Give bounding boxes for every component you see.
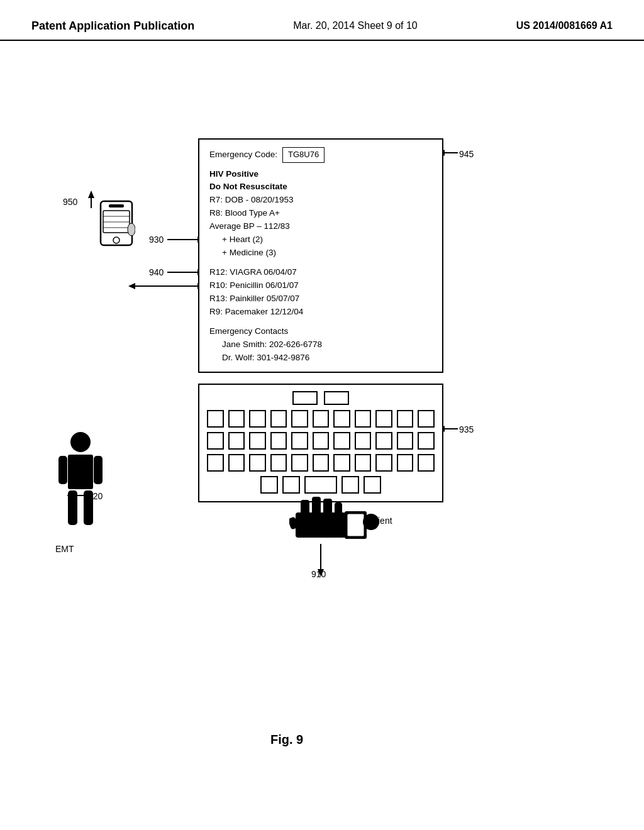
svg-rect-35 — [335, 502, 342, 515]
key-2-5 — [291, 432, 308, 450]
keypad-row-1 — [207, 410, 435, 428]
svg-marker-14 — [88, 191, 94, 198]
emt-person-svg — [55, 431, 106, 531]
keypad-row-2 — [207, 432, 435, 450]
key-1-5 — [291, 410, 308, 428]
key-3-8 — [355, 454, 372, 472]
key-1-2 — [228, 410, 245, 428]
label-945: 945 — [459, 149, 474, 159]
svg-rect-16 — [109, 204, 124, 208]
key-3-1 — [207, 454, 224, 472]
emergency-contacts-label: Emergency Contacts — [209, 325, 432, 338]
svg-rect-26 — [94, 456, 103, 484]
key-3-11 — [418, 454, 435, 472]
patient-hand-svg — [289, 494, 371, 550]
svg-rect-32 — [301, 500, 309, 516]
contact1: Jane Smith: 202-626-6778 — [209, 338, 432, 351]
emergency-code-label: Emergency Code: — [209, 148, 277, 162]
key-2-3 — [249, 432, 266, 450]
svg-point-23 — [70, 432, 91, 452]
svg-rect-15 — [101, 201, 132, 245]
key-3-9 — [375, 454, 392, 472]
key-2-8 — [355, 432, 372, 450]
key-1-3 — [249, 410, 266, 428]
key-1-6 — [313, 410, 330, 428]
phone-icon — [97, 198, 135, 248]
key-b-2 — [282, 476, 300, 494]
key-1-1 — [207, 410, 224, 428]
emt-label: EMT — [55, 544, 74, 554]
svg-point-21 — [113, 237, 119, 243]
publication-title: Patent Application Publication — [31, 19, 194, 33]
record-line9: R10: Penicillin 06/01/07 — [209, 279, 432, 292]
record-line8: R12: VIAGRA 06/04/07 — [209, 266, 432, 279]
key-2-6 — [313, 432, 330, 450]
svg-point-22 — [128, 223, 135, 236]
sheet-info: Mar. 20, 2014 Sheet 9 of 10 — [293, 19, 417, 31]
key-b-1 — [260, 476, 278, 494]
keypad-top-box-1 — [292, 391, 318, 405]
label-920: 920 — [88, 491, 103, 501]
phone-device — [97, 198, 135, 248]
svg-rect-27 — [68, 490, 77, 525]
page-header: Patent Application Publication Mar. 20, … — [0, 0, 644, 41]
key-3-5 — [291, 454, 308, 472]
svg-rect-17 — [103, 211, 130, 233]
key-3-6 — [313, 454, 330, 472]
svg-rect-33 — [312, 497, 321, 514]
patent-number: US 2014/0081669 A1 — [516, 19, 613, 31]
record-line6: + Heart (2) — [209, 233, 432, 246]
record-line11: R9: Pacemaker 12/12/04 — [209, 306, 432, 319]
key-3-3 — [249, 454, 266, 472]
record-line10: R13: Painkiller 05/07/07 — [209, 292, 432, 306]
patient-figure — [289, 494, 371, 553]
keypad-top-row — [207, 391, 435, 405]
diagram-area: 950 Emergency Code: TG8U76 HIV Positive … — [0, 41, 644, 783]
key-1-10 — [397, 410, 414, 428]
key-3-10 — [397, 454, 414, 472]
label-935: 935 — [459, 424, 474, 434]
medical-record-box: Emergency Code: TG8U76 HIV Positive Do N… — [198, 138, 443, 373]
key-b-rect — [304, 476, 337, 494]
figure-label: Fig. 9 — [270, 733, 303, 747]
key-2-1 — [207, 432, 224, 450]
key-1-4 — [270, 410, 287, 428]
key-2-4 — [270, 432, 287, 450]
key-3-4 — [270, 454, 287, 472]
keypad-bottom-row — [207, 476, 435, 494]
label-910: 910 — [311, 569, 326, 579]
keypad-grid — [207, 410, 435, 472]
key-1-11 — [418, 410, 435, 428]
key-1-7 — [333, 410, 350, 428]
key-2-9 — [375, 432, 392, 450]
emergency-code-row: Emergency Code: TG8U76 — [209, 147, 432, 162]
key-2-10 — [397, 432, 414, 450]
record-line3: R7: DOB - 08/20/1953 — [209, 194, 432, 207]
key-3-7 — [333, 454, 350, 472]
key-b-3 — [341, 476, 359, 494]
keypad-area — [198, 384, 443, 502]
svg-marker-10 — [128, 283, 135, 289]
record-line4: R8: Blood Type A+ — [209, 207, 432, 220]
keypad-top-box-2 — [324, 391, 349, 405]
emergency-code-value: TG8U76 — [282, 147, 325, 162]
svg-rect-25 — [58, 456, 67, 484]
key-1-8 — [355, 410, 372, 428]
key-2-11 — [418, 432, 435, 450]
keypad-row-3 — [207, 454, 435, 472]
key-3-2 — [228, 454, 245, 472]
svg-rect-31 — [296, 512, 346, 538]
label-950: 950 — [63, 197, 77, 207]
emt-figure — [55, 431, 106, 534]
contact2: Dr. Wolf: 301-942-9876 — [209, 351, 432, 365]
record-line7: + Medicine (3) — [209, 246, 432, 260]
key-b-4 — [364, 476, 381, 494]
key-2-2 — [228, 432, 245, 450]
key-2-7 — [333, 432, 350, 450]
patient-label: Patient — [365, 516, 392, 526]
record-line5: Average BP – 112/83 — [209, 220, 432, 233]
svg-rect-24 — [68, 455, 93, 489]
key-1-9 — [375, 410, 392, 428]
record-line2: Do Not Resuscitate — [209, 180, 432, 194]
label-940: 940 — [149, 267, 164, 277]
